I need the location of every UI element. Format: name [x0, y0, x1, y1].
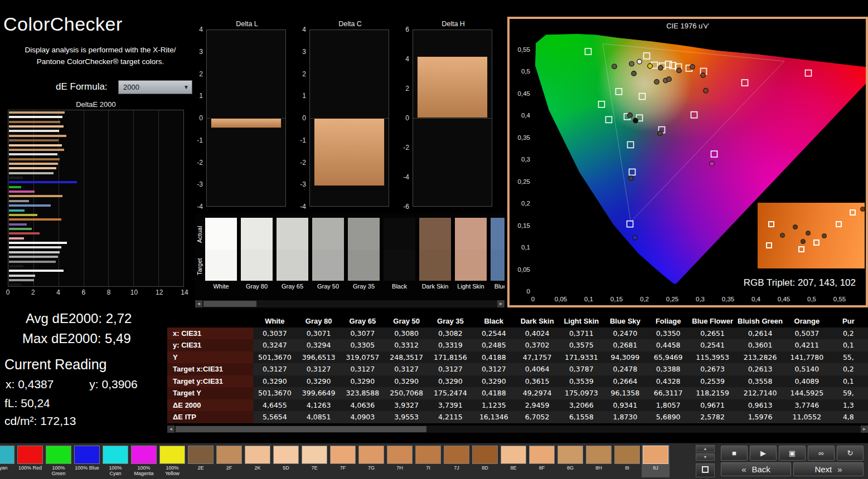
deltae-bar: [9, 232, 40, 234]
patch-7f[interactable]: 7F: [329, 445, 357, 477]
swatch-label: Black: [384, 283, 415, 290]
delta-bar: [314, 118, 385, 186]
patch-8f[interactable]: 8F: [528, 445, 556, 477]
cell: 0,3388: [647, 363, 690, 375]
y-tick-label: -1: [197, 136, 203, 144]
deltae-bar: [9, 116, 62, 118]
patch-2k[interactable]: 2K: [244, 445, 271, 477]
spin-up-button[interactable]: ▲: [696, 445, 715, 452]
spin-up-icon: ▲: [704, 447, 707, 451]
patch-100-yellow[interactable]: 100% Yellow: [158, 445, 186, 477]
cell: 0,3037: [253, 328, 297, 340]
deltae-bar: [9, 135, 66, 137]
play-button[interactable]: ▶: [750, 446, 777, 461]
patch-cyan[interactable]: Cyan: [0, 445, 16, 477]
loop-button[interactable]: ↻: [837, 446, 864, 461]
deltae-bar: [9, 121, 60, 123]
cell: 2,9459: [515, 399, 559, 412]
y-tick-label: -3: [300, 180, 306, 188]
table-scroll-right-button[interactable]: ►: [861, 426, 868, 433]
patch-7i[interactable]: 7I: [414, 445, 442, 477]
delta-c-yaxis: 43210-1-2-3-4: [296, 30, 308, 207]
inset-target-marker: [813, 240, 819, 246]
cell: 0,3127: [297, 363, 341, 375]
table-row: x: CIE310,30370,30710,30770,30800,30820,…: [167, 328, 868, 340]
svg-text:0,1: 0,1: [521, 244, 530, 251]
deltae-bar: [9, 125, 64, 128]
y-tick-label: -3: [197, 180, 203, 188]
delta-h-yaxis: 6420-2-4-6: [399, 30, 411, 207]
scrollbar-thumb[interactable]: [203, 301, 256, 307]
patch-100-green[interactable]: 100% Green: [45, 445, 72, 477]
next-button[interactable]: Next »: [793, 462, 864, 476]
target-swatch: [491, 250, 505, 281]
row-label: y: CIE31: [167, 339, 253, 351]
patch-100-cyan[interactable]: 100% Cyan: [101, 445, 129, 477]
stop-button[interactable]: ■: [721, 446, 748, 461]
stop-icon: ■: [732, 449, 736, 457]
deltae-bar: [9, 177, 23, 179]
svg-text:0,3: 0,3: [521, 156, 530, 163]
x-tick-label: 2: [31, 289, 35, 296]
patch-5d[interactable]: 5D: [272, 445, 300, 477]
table-scrollbar[interactable]: ◄ ►: [167, 426, 868, 433]
patch-100-magenta[interactable]: 100% Magenta: [130, 445, 158, 477]
scrollbar-track[interactable]: [202, 300, 497, 307]
cell: 0,3539: [559, 375, 603, 388]
x-tick-label: 14: [181, 289, 188, 296]
display-button[interactable]: [696, 463, 715, 477]
patch-7j[interactable]: 7J: [443, 445, 471, 477]
patch-label: 8G: [557, 465, 583, 477]
next-chevron-icon: »: [837, 465, 842, 474]
y-tick-label: 3: [302, 48, 306, 56]
column-header: Gray 35: [429, 315, 473, 328]
continuous-button[interactable]: ∞: [808, 446, 835, 461]
patch-8j[interactable]: 8J: [642, 445, 670, 477]
swatch-scrollbar[interactable]: ◄ ►: [195, 300, 505, 307]
back-button[interactable]: « Back: [721, 462, 791, 476]
cell: 0,2613: [735, 363, 785, 375]
patch-7h[interactable]: 7H: [386, 445, 414, 477]
cell: 323,8588: [341, 387, 385, 399]
meter-button[interactable]: ▣: [779, 446, 806, 461]
patch-8d[interactable]: 8D: [471, 445, 499, 477]
cell: 0,3082: [429, 328, 473, 340]
scroll-left-button[interactable]: ◄: [195, 300, 202, 307]
cell: 1,5976: [735, 411, 785, 423]
patch-7g[interactable]: 7G: [357, 445, 385, 477]
table-scrollbar-thumb[interactable]: [176, 426, 426, 432]
svg-text:0,4: 0,4: [751, 296, 761, 302]
cell: 3,9327: [385, 399, 429, 412]
patch-8i[interactable]: 8I: [613, 445, 641, 477]
spin-down-button[interactable]: ▼: [696, 453, 715, 461]
patch-100-red[interactable]: 100% Red: [16, 445, 44, 477]
patch-8e[interactable]: 8E: [500, 445, 527, 477]
table-scroll-left-button[interactable]: ◄: [167, 426, 174, 433]
table-row: Y501,3670396,6513319,0757248,3517171,815…: [167, 351, 868, 364]
scroll-right-button[interactable]: ►: [497, 300, 505, 307]
patch-100-blue[interactable]: 100% Blue: [73, 445, 101, 477]
cell: 0,2478: [604, 363, 647, 375]
patch-8h[interactable]: 8H: [585, 445, 613, 477]
table-scrollbar-track[interactable]: [174, 426, 861, 433]
patch-label: 100% Red: [17, 465, 43, 477]
patch-2e[interactable]: 2E: [187, 445, 215, 477]
cell: 96,1358: [604, 387, 647, 399]
cell: 501,3670: [253, 387, 297, 399]
cell: 213,2826: [735, 351, 785, 364]
patch-7e[interactable]: 7E: [300, 445, 328, 477]
patch-2f[interactable]: 2F: [215, 445, 243, 477]
avg-de2000: Avg dE2000: 2,72: [26, 311, 132, 326]
patch-swatch: [245, 446, 270, 464]
cell: 0,2681: [604, 339, 647, 351]
cell: 0,2614: [735, 328, 785, 340]
patch-label: 2K: [245, 465, 270, 477]
delta-h-chart: Delta H 6420-2-4-6: [413, 20, 494, 212]
patch-8g[interactable]: 8G: [556, 445, 584, 477]
cell: 0,2664: [604, 375, 647, 388]
y-tick-label: 0: [302, 114, 306, 122]
row-label: x: CIE31: [167, 328, 253, 340]
y-tick-label: -4: [197, 203, 203, 211]
de-formula-select[interactable]: 2000 ▼: [118, 80, 192, 94]
cell: 4,8: [829, 411, 868, 423]
